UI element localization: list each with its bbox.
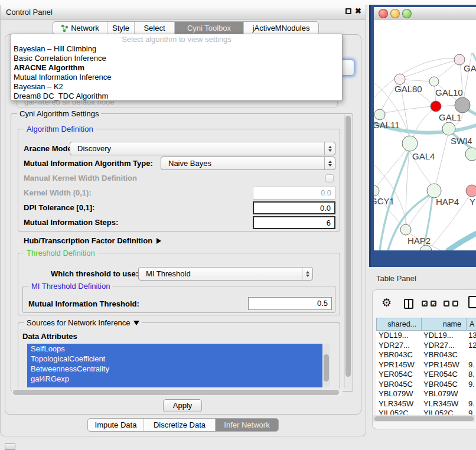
network-window-titlebar[interactable]	[374, 7, 476, 19]
network-node[interactable]	[402, 136, 418, 151]
network-nodes[interactable]: GALGAL80GAL10GAL1GAL11SWI4GAL4GCY1HAP4YH…	[374, 54, 476, 250]
table-cell: YBR043C	[421, 350, 466, 360]
algorithm-dropdown-item[interactable]: ARACNE Algorithm	[11, 63, 342, 73]
close-icon[interactable]: ✖	[355, 6, 361, 15]
mi-algorithm-type-combo[interactable]: Naive Bayes	[161, 156, 335, 170]
column-header-name[interactable]: name	[422, 318, 467, 330]
algorithm-dropdown-item[interactable]: Bayesian – Hill Climbing	[11, 44, 342, 54]
table-cell: YPR145W	[421, 360, 466, 370]
collapse-down-icon[interactable]	[133, 321, 139, 325]
attribute-item[interactable]: SelfLoops	[27, 344, 322, 354]
tab-impute-data[interactable]: Impute Data	[88, 419, 144, 431]
tab-infer-network[interactable]: Infer Network	[215, 419, 278, 431]
which-threshold-label: Which threshold to use:	[51, 269, 138, 278]
algorithm-dropdown-item[interactable]: Basic Correlation Inference	[11, 54, 342, 63]
attribute-item[interactable]: TopologicalCoefficient	[27, 354, 322, 364]
network-node[interactable]	[466, 185, 476, 197]
table-body[interactable]: YDL19...YDL19...13YDR27...YDR27...12YBR0…	[376, 331, 476, 415]
node-label: HAP2	[407, 236, 431, 246]
table-row[interactable]: YER054CYER054C8.	[376, 370, 476, 380]
network-node[interactable]	[465, 148, 476, 161]
column-header-shared[interactable]: shared...	[377, 318, 422, 330]
zoom-traffic-light[interactable]	[402, 9, 412, 18]
table-row[interactable]: YPR145WYPR145W9.	[376, 360, 476, 370]
network-node[interactable]	[374, 109, 385, 120]
tab-label: Infer Network	[224, 419, 269, 431]
dpi-tolerance-field[interactable]: 0.0	[253, 201, 335, 214]
algorithm-dropdown-item[interactable]: Dream8 DC_TDC Algorithm	[11, 92, 342, 101]
which-threshold-combo[interactable]: MI Threshold	[138, 267, 313, 281]
checked-checkbox-icon[interactable]: ✓	[422, 301, 428, 306]
table-cell: 9.	[466, 380, 476, 390]
network-node[interactable]	[429, 77, 439, 86]
table-row[interactable]: YDR27...YDR27...12	[376, 341, 476, 351]
tab-label: Cyni Toolbox	[187, 22, 231, 34]
attribute-item[interactable]: gal4RGexp	[27, 374, 322, 384]
table-row[interactable]: YIL052CYIL052C9	[376, 409, 476, 415]
network-node[interactable]	[427, 184, 441, 198]
mi-threshold-field[interactable]: 0.5	[248, 297, 332, 310]
column-header-partial[interactable]: A	[467, 318, 476, 330]
network-node[interactable]	[374, 185, 379, 196]
network-node[interactable]	[395, 74, 405, 84]
network-node[interactable]	[400, 224, 411, 235]
manual-kernel-checkbox[interactable]	[325, 174, 334, 182]
data-attributes-list[interactable]: SelfLoopsTopologicalCoefficientBetweenne…	[27, 344, 322, 387]
table-horizontal-scrollbar-thumb[interactable]	[374, 416, 474, 421]
attributes-scrollbar-thumb[interactable]	[324, 354, 329, 381]
settings-horizontal-scrollbar-thumb[interactable]	[13, 390, 339, 395]
tab-select[interactable]: Select	[134, 22, 174, 34]
network-node[interactable]	[431, 101, 441, 112]
tab-style[interactable]: Style	[107, 22, 134, 34]
gear-icon[interactable]: ⚙	[382, 296, 392, 309]
import-table-icon[interactable]	[468, 296, 476, 308]
node-label: GAL	[464, 63, 476, 73]
float-window-icon[interactable]	[345, 8, 351, 14]
table-row[interactable]: YLR345WYLR345W9.	[376, 399, 476, 409]
node-label: GCY1	[374, 196, 395, 206]
table-row[interactable]: YBR043CYBR043C	[376, 350, 476, 360]
table-panel-title: Table Panel	[376, 274, 416, 283]
close-traffic-light[interactable]	[379, 9, 388, 18]
attribute-item[interactable]: BetweennessCentrality	[27, 364, 322, 374]
minimize-traffic-light[interactable]	[390, 9, 400, 18]
table-header[interactable]: shared... name A	[376, 318, 476, 331]
apply-button[interactable]: Apply	[163, 399, 202, 412]
mi-steps-field[interactable]: 6	[253, 216, 335, 229]
table-cell	[466, 350, 476, 360]
network-canvas[interactable]: GALGAL80GAL10GAL1GAL11SWI4GAL4GCY1HAP4YH…	[374, 19, 476, 250]
aracne-mode-combo[interactable]: Discovery	[70, 142, 335, 155]
node-label: Y	[470, 197, 475, 207]
tab-jactivemnodules[interactable]: jActiveMNodules	[243, 22, 318, 34]
kernel-width-field[interactable]: 0.0	[253, 187, 335, 200]
mi-threshold-label: Mutual Information Threshold:	[28, 299, 139, 308]
tab-network[interactable]: Network	[53, 22, 107, 34]
attribute-item-partial[interactable]	[27, 384, 322, 387]
table-cell: YDL19...	[376, 331, 421, 341]
tab-discretize-data[interactable]: Discretize Data	[144, 419, 215, 431]
unchecked-checkbox-icon[interactable]	[452, 301, 458, 306]
settings-vertical-scrollbar-thumb[interactable]	[345, 116, 351, 377]
panel-corner-icon[interactable]	[5, 444, 15, 450]
tab-cyni-toolbox[interactable]: Cyni Toolbox	[174, 22, 243, 34]
table-row[interactable]: YDL19...YDL19...13	[376, 331, 476, 341]
aracne-mode-label: Aracne Mode:	[24, 144, 74, 153]
algorithm-dropdown-item[interactable]: Bayesian – K2	[11, 82, 342, 92]
network-node[interactable]	[420, 245, 432, 250]
algorithm-dropdown-popup: Select algorithm to view settings Bayesi…	[11, 34, 343, 101]
column-view-icon[interactable]	[404, 299, 413, 309]
node-label: GAL1	[439, 112, 461, 122]
algorithm-dropdown-item[interactable]: Mutual Information Inference	[11, 73, 342, 82]
mi-steps-label: Mutual Information Steps:	[24, 218, 118, 227]
sources-title: Sources for Network Inference	[27, 318, 131, 327]
network-node[interactable]	[442, 122, 455, 135]
hub-definition-toggle[interactable]: Hub/Transcription Factor Definition	[24, 236, 161, 245]
table-cell: 9.	[466, 399, 476, 409]
group-title: MI Threshold Definition	[29, 282, 112, 291]
unchecked-checkbox-icon[interactable]	[444, 301, 449, 306]
network-node[interactable]	[455, 97, 470, 113]
checked-checkbox-icon[interactable]: ✓	[431, 301, 436, 306]
table-row[interactable]: YBL079WYBL079W	[376, 389, 476, 399]
table-row[interactable]: YBR045CYBR045C9.	[376, 380, 476, 390]
combo-arrows-icon	[324, 142, 335, 155]
